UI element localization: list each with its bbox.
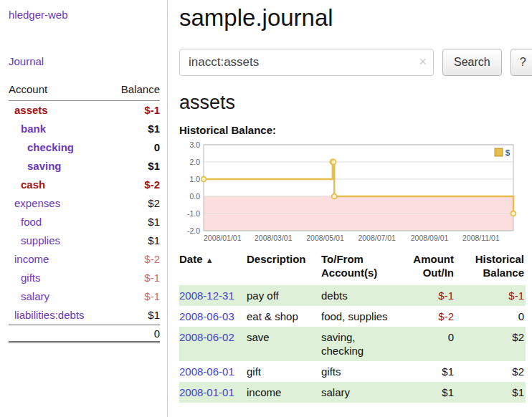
sort-ascending-icon: ▲: [206, 256, 214, 264]
transaction-balance: $-1: [455, 285, 526, 306]
svg-text:2008/09/01: 2008/09/01: [411, 234, 449, 242]
transaction-balance: 0: [455, 306, 526, 327]
account-balance: $1: [108, 120, 160, 138]
account-balance: $-2: [108, 176, 160, 194]
accounts-total-value: 0: [108, 325, 160, 342]
transaction-accounts: debts: [321, 285, 399, 306]
accounts-total-spacer: [9, 325, 108, 342]
transaction-description: eat & shop: [247, 306, 321, 327]
register-header-row: Date ▲ Description To/From Account(s) Am…: [179, 252, 526, 285]
svg-text:2008/01/01: 2008/01/01: [204, 234, 242, 242]
transaction-amount: $1: [399, 361, 455, 382]
svg-text:-2.0: -2.0: [187, 226, 200, 235]
account-link[interactable]: supplies: [9, 234, 60, 247]
svg-text:2008/07/01: 2008/07/01: [358, 234, 396, 242]
search-field-wrap: ×: [179, 49, 434, 76]
account-balance: $-1: [108, 101, 160, 120]
account-link[interactable]: gifts: [9, 272, 41, 284]
account-link[interactable]: liabilities:debts: [9, 309, 85, 322]
account-link[interactable]: expenses: [9, 197, 60, 210]
account-link[interactable]: food: [9, 216, 42, 229]
transaction-date-link[interactable]: 2008-12-31: [179, 289, 234, 302]
account-balance: $2: [108, 194, 160, 213]
register-row: 2008-06-02savesaving, checking0$2: [179, 327, 526, 361]
page-title: sample.journal: [179, 4, 532, 32]
transaction-description: gift: [247, 361, 321, 382]
account-row: saving$1: [9, 157, 160, 176]
register-header-accounts: To/From Account(s): [321, 252, 399, 285]
search-input[interactable]: [179, 49, 434, 76]
account-link[interactable]: checking: [9, 141, 74, 154]
svg-text:2008/05/01: 2008/05/01: [306, 234, 344, 242]
register-row: 2008-01-01incomesalary$1$1: [179, 382, 526, 403]
main-content: sample.journal × Search ? assets Histori…: [168, 0, 532, 417]
account-link[interactable]: cash: [9, 178, 45, 191]
account-heading: assets: [179, 92, 532, 114]
search-button[interactable]: Search: [442, 49, 502, 76]
account-row: expenses$2: [9, 194, 160, 213]
account-balance: $1: [108, 306, 160, 325]
svg-text:2008/03/01: 2008/03/01: [255, 234, 293, 242]
accounts-total-row: 0: [9, 325, 160, 342]
accounts-header-account: Account: [9, 82, 108, 101]
accounts-table: Account Balance assets$-1bank$1checking0…: [9, 82, 160, 343]
account-row: assets$-1: [9, 101, 160, 120]
transaction-accounts: gifts: [321, 361, 399, 382]
account-row: food$1: [9, 213, 160, 231]
register-row: 2008-06-01giftgifts$1$2: [179, 361, 526, 382]
accounts-header-balance: Balance: [108, 82, 160, 101]
account-balance: $-2: [108, 250, 160, 269]
account-balance: $-1: [108, 287, 160, 306]
journal-link[interactable]: Journal: [9, 55, 160, 67]
transaction-balance: $2: [455, 361, 526, 382]
account-row: bank$1: [9, 120, 160, 138]
account-row: cash$-2: [9, 176, 160, 194]
transaction-date-link[interactable]: 2008-06-03: [179, 310, 234, 322]
account-balance: $1: [108, 157, 160, 176]
transaction-amount: $-1: [399, 285, 455, 306]
account-row: salary$-1: [9, 287, 160, 306]
account-row: income$-2: [9, 250, 160, 269]
register-header-date[interactable]: Date ▲: [179, 252, 247, 285]
app-title-link[interactable]: hledger-web: [9, 9, 160, 21]
svg-text:3.0: 3.0: [189, 140, 200, 149]
help-button[interactable]: ?: [510, 49, 532, 76]
account-balance: $1: [108, 213, 160, 231]
transaction-accounts: saving, checking: [321, 327, 399, 361]
transaction-accounts: salary: [321, 382, 399, 403]
register-row: 2008-12-31pay offdebts$-1$-1: [179, 285, 526, 306]
transaction-date-link[interactable]: 2008-01-01: [179, 386, 234, 398]
account-link[interactable]: income: [9, 253, 49, 266]
register-table: Date ▲ Description To/From Account(s) Am…: [179, 252, 526, 403]
sidebar: hledger-web Journal Account Balance asse…: [0, 0, 168, 417]
transaction-description: pay off: [247, 285, 321, 306]
transaction-description: income: [247, 382, 321, 403]
clear-search-icon[interactable]: ×: [419, 54, 427, 70]
transaction-date-link[interactable]: 2008-06-01: [179, 365, 234, 378]
account-link[interactable]: assets: [9, 104, 48, 117]
search-bar: × Search ?: [179, 49, 532, 76]
chart-title: Historical Balance:: [179, 124, 532, 136]
transaction-amount: $-2: [399, 306, 455, 327]
accounts-header-row: Account Balance: [9, 82, 160, 101]
register-header-balance: Historical Balance: [455, 252, 526, 285]
transaction-balance: $1: [455, 382, 526, 403]
transaction-amount: 0: [399, 327, 455, 361]
register-row: 2008-06-03eat & shopfood, supplies$-20: [179, 306, 526, 327]
svg-text:-1.0: -1.0: [187, 209, 200, 218]
historical-balance-chart: 3.02.01.00.0-1.0-2.02008/01/012008/03/01…: [179, 140, 518, 245]
account-balance: $1: [108, 231, 160, 250]
account-balance: $-1: [108, 269, 160, 287]
svg-text:0.0: 0.0: [189, 192, 200, 201]
account-row: gifts$-1: [9, 269, 160, 287]
account-link[interactable]: saving: [9, 160, 62, 173]
register-header-description: Description: [247, 252, 321, 285]
account-link[interactable]: salary: [9, 290, 49, 303]
transaction-date-link[interactable]: 2008-06-02: [179, 331, 234, 343]
register-header-date-label: Date: [179, 253, 203, 265]
account-balance: 0: [108, 138, 160, 157]
transaction-amount: $1: [399, 382, 455, 403]
transaction-accounts: food, supplies: [321, 306, 399, 327]
svg-text:$: $: [505, 148, 510, 157]
account-link[interactable]: bank: [9, 123, 46, 135]
